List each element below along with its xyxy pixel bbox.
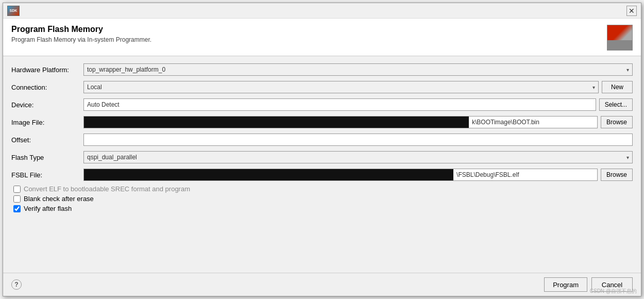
offset-label: Offset: (11, 136, 83, 144)
redacted-content (84, 117, 469, 128)
help-button[interactable]: ? (11, 279, 22, 290)
convert-elf-checkbox[interactable] (13, 186, 21, 193)
connection-label: Connection: (11, 84, 83, 91)
flash-type-label: Flash Type (11, 154, 83, 161)
select-button[interactable]: Select... (599, 98, 633, 111)
flash-type-row: Flash Type qspi_dual_parallel ▾ (11, 150, 633, 164)
convert-elf-row: Convert ELF to bootloadable SREC format … (11, 185, 633, 193)
browse-image-button[interactable]: Browse (601, 116, 633, 128)
chevron-down-icon: ▾ (592, 85, 595, 90)
fsbl-redacted-content (84, 169, 453, 180)
hardware-platform-control: top_wrapper_hw_platform_0 ▾ (83, 63, 633, 76)
blank-check-row: Blank check after erase (11, 195, 633, 203)
verify-flash-row: Verify after flash (11, 205, 633, 212)
convert-elf-label: Convert ELF to bootloadable SREC format … (24, 185, 190, 193)
image-file-field[interactable]: k\BOOTimage\BOOT.bin (83, 116, 598, 128)
connection-dropdown[interactable]: Local ▾ (83, 81, 599, 93)
blank-check-checkbox[interactable] (13, 195, 21, 203)
device-row: Device: Select... (11, 97, 633, 112)
blank-check-label: Blank check after erase (24, 195, 94, 203)
fsbl-file-label: FSBL File: (11, 171, 83, 179)
device-input[interactable] (83, 98, 596, 111)
connection-row: Connection: Local ▾ New (11, 80, 633, 94)
device-control: Select... (83, 98, 633, 111)
flash-type-control: qspi_dual_parallel ▾ (83, 151, 633, 163)
chevron-down-icon: ▾ (626, 67, 629, 73)
chevron-down-icon: ▾ (626, 155, 629, 160)
header-text: Program Flash Memory Program Flash Memor… (11, 25, 607, 43)
verify-flash-label: Verify after flash (24, 205, 72, 212)
fsbl-file-field[interactable]: \FSBL\Debug\FSBL.elf (83, 169, 598, 181)
form-content: Hardware Platform: top_wrapper_hw_platfo… (3, 56, 641, 273)
flash-type-dropdown[interactable]: qspi_dual_parallel ▾ (83, 151, 633, 163)
hardware-platform-dropdown[interactable]: top_wrapper_hw_platform_0 ▾ (83, 63, 633, 76)
dialog-subtitle: Program Flash Memory via In-system Progr… (11, 36, 607, 43)
watermark: CSDN @自强不息的 (590, 288, 637, 295)
fsbl-file-control: \FSBL\Debug\FSBL.elf Browse (83, 169, 633, 181)
image-file-row: Image File: k\BOOTimage\BOOT.bin Browse (11, 115, 633, 129)
program-flash-dialog: SDK ✕ Program Flash Memory Program Flash… (3, 3, 641, 296)
fsbl-file-row: FSBL File: \FSBL\Debug\FSBL.elf Browse (11, 168, 633, 182)
connection-control: Local ▾ New (83, 81, 633, 93)
title-bar-left: SDK (7, 6, 20, 16)
program-button[interactable]: Program (544, 277, 587, 292)
offset-row: Offset: (11, 132, 633, 147)
hardware-platform-row: Hardware Platform: top_wrapper_hw_platfo… (11, 62, 633, 77)
new-button[interactable]: New (602, 81, 633, 93)
dialog-title: Program Flash Memory (11, 25, 607, 34)
image-file-control: k\BOOTimage\BOOT.bin Browse (83, 116, 633, 128)
header-section: Program Flash Memory Program Flash Memor… (3, 19, 641, 56)
footer: ? Program Cancel (3, 273, 641, 296)
title-bar: SDK ✕ (3, 3, 641, 19)
browse-fsbl-button[interactable]: Browse (601, 169, 633, 181)
image-file-end: k\BOOTimage\BOOT.bin (469, 117, 597, 128)
offset-control (83, 134, 633, 146)
verify-flash-checkbox[interactable] (13, 205, 21, 212)
device-label: Device: (11, 101, 83, 109)
fsbl-file-end: \FSBL\Debug\FSBL.elf (453, 169, 597, 180)
sdk-logo-icon: SDK (7, 6, 20, 16)
hardware-platform-label: Hardware Platform: (11, 66, 83, 74)
header-icon (607, 25, 633, 51)
offset-input[interactable] (83, 134, 633, 146)
image-file-label: Image File: (11, 119, 83, 126)
close-button[interactable]: ✕ (626, 6, 637, 16)
